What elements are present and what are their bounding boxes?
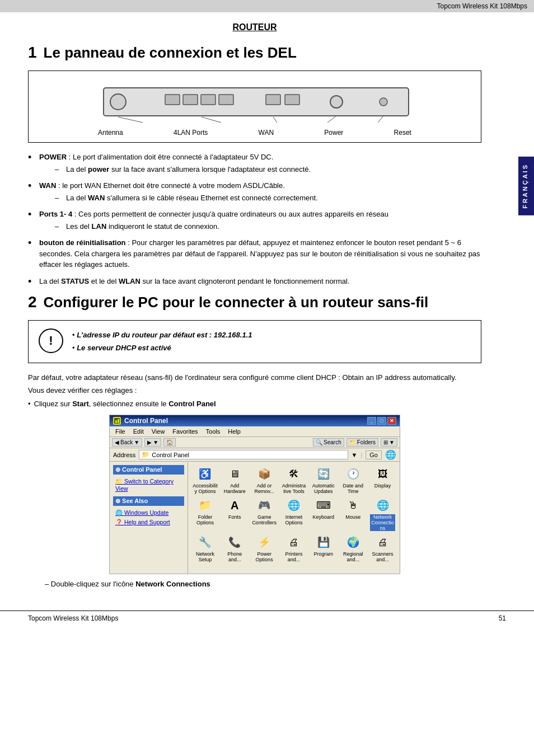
- win-controls[interactable]: _ □ ✕: [367, 417, 396, 425]
- svg-rect-0: [104, 88, 409, 116]
- notice-text: • L'adresse IP du routeur par défaut est…: [72, 328, 252, 355]
- back-dropdown-icon: ▼: [134, 439, 139, 445]
- menu-file[interactable]: File: [112, 428, 129, 435]
- add-hardware-label: Add Hardware: [222, 483, 247, 494]
- toolbar-search-btn[interactable]: 🔍 Search: [313, 438, 344, 447]
- icon-game-controllers[interactable]: 🎮 Game Controllers: [252, 497, 277, 531]
- top-bar: Topcom Wireless Kit 108Mbps: [0, 0, 534, 12]
- menu-view[interactable]: View: [148, 428, 168, 435]
- section1-num: 1: [28, 44, 37, 62]
- win-maximize-btn[interactable]: □: [377, 417, 386, 425]
- toolbar-views-btn[interactable]: ⊞▼: [381, 438, 397, 447]
- address-input[interactable]: 📁 Control Panel: [139, 450, 348, 459]
- section1-title: Le panneau de connexion et les DEL: [44, 44, 297, 62]
- win-title-text: Control Panel: [124, 417, 168, 425]
- sidebar-item-help-support[interactable]: ❓ Help and Support: [113, 518, 184, 527]
- svg-rect-3: [183, 95, 198, 105]
- icon-add-hardware[interactable]: 🖥 Add Hardware: [222, 466, 247, 494]
- icon-internet-options[interactable]: 🌐 Internet Options: [282, 497, 307, 531]
- sub-bullet-ports: – Les del LAN indiqueront le statut de c…: [55, 221, 388, 232]
- diagram-labels: Antenna 4LAN Ports WAN Power Reset: [92, 129, 417, 137]
- phone-icon: 📞: [227, 534, 242, 550]
- svg-rect-2: [165, 95, 180, 105]
- power-options-icon: ⚡: [256, 534, 272, 550]
- win-minimize-btn[interactable]: _: [367, 417, 376, 425]
- icon-network-setup[interactable]: 🔧 Network Setup: [193, 534, 218, 562]
- win-address-bar: Address 📁 Control Panel ▼ | Go 🌐: [110, 448, 400, 462]
- win-title-icon: [113, 417, 121, 425]
- icon-program[interactable]: 💾 Program: [311, 534, 336, 562]
- svg-point-1: [110, 94, 126, 110]
- win-body: ⊛ Control Panel 📁 Switch to Category Vie…: [110, 462, 400, 574]
- address-dropdown-icon: ▼: [352, 452, 358, 458]
- bullet-text-status: La del STATUS et le del WLAN sur la face…: [39, 276, 350, 287]
- icon-date-time[interactable]: 🕐 Date and Time: [340, 466, 366, 494]
- label-lan: 4LAN Ports: [174, 129, 208, 137]
- icon-fonts[interactable]: A Fonts: [222, 497, 247, 531]
- bullet-text-power: POWER : Le port d'alimentation doit être…: [39, 152, 311, 175]
- win-main-area: ♿ Accessibility Options 🖥 Add Hardware 📦…: [188, 462, 400, 574]
- bullet-section-1: • POWER : Le port d'alimentation doit êt…: [28, 152, 481, 288]
- svg-rect-4: [201, 95, 216, 105]
- menu-favorites[interactable]: Favorites: [169, 428, 201, 435]
- icon-accessibility[interactable]: ♿ Accessibility Options: [193, 466, 218, 494]
- regional-label: Regional and...: [340, 551, 366, 562]
- main-content: ROUTEUR 1 Le panneau de connexion et les…: [0, 12, 515, 599]
- svg-rect-17: [118, 419, 119, 423]
- display-icon: 🖼: [375, 466, 391, 482]
- icon-auto-updates[interactable]: 🔄 Automatic Updates: [311, 466, 336, 494]
- icons-row2: 📁 Folder Options A Fonts 🎮 Game Controll…: [193, 497, 395, 531]
- network-connections-label: Network Connections: [370, 514, 395, 531]
- toolbar-up-btn[interactable]: 🏠: [163, 438, 176, 447]
- sidebar-item-windows-update[interactable]: 🌐 Windows Update: [113, 508, 184, 518]
- sidebar-section-control-panel[interactable]: ⊛ Control Panel: [113, 465, 184, 475]
- see-also-expand-icon: ⊛: [115, 497, 120, 504]
- icon-keyboard[interactable]: ⌨ Keyboard: [311, 497, 336, 531]
- icon-add-remove[interactable]: 📦 Add or Remov...: [252, 466, 277, 494]
- icon-folder-options[interactable]: 📁 Folder Options: [193, 497, 218, 531]
- icon-mouse[interactable]: 🖱 Mouse: [340, 497, 366, 531]
- toolbar-forward-btn[interactable]: ▶ ▼: [144, 438, 161, 447]
- icon-power-options[interactable]: ⚡ Power Options: [252, 534, 277, 562]
- icon-admin-tools[interactable]: 🛠 Administrative Tools: [282, 466, 307, 494]
- accessibility-label: Accessibility Options: [193, 483, 218, 494]
- label-reset: Reset: [394, 129, 411, 137]
- label-antenna: Antenna: [98, 129, 123, 137]
- win-sidebar: ⊛ Control Panel 📁 Switch to Category Vie…: [110, 462, 188, 574]
- ie-icon: 🌐: [385, 449, 396, 460]
- go-button[interactable]: Go: [366, 450, 382, 459]
- win-toolbar: ◀ Back ▼ ▶ ▼ 🏠 🔍 Search 📁 Folders ⊞▼: [110, 437, 400, 448]
- toolbar-back-btn[interactable]: ◀ Back ▼: [112, 438, 142, 447]
- admin-tools-icon: 🛠: [286, 466, 302, 482]
- icon-display[interactable]: 🖼 Display: [370, 466, 395, 494]
- menu-help[interactable]: Help: [224, 428, 244, 435]
- icon-scanners[interactable]: 🖨 Scanners and...: [370, 534, 395, 562]
- game-controllers-label: Game Controllers: [252, 514, 277, 525]
- icon-network-connections[interactable]: 🌐 Network Connections: [370, 497, 395, 531]
- page-title: ROUTEUR: [28, 22, 481, 32]
- menu-tools[interactable]: Tools: [203, 428, 224, 435]
- bullet-dot-start: •: [28, 398, 31, 410]
- forward-icon: ▶: [147, 439, 152, 445]
- sidebar-section-see-also[interactable]: ⊛ See Also: [113, 496, 184, 506]
- svg-rect-6: [266, 95, 280, 105]
- search-icon: 🔍: [316, 439, 322, 445]
- bullet-power: • POWER : Le port d'alimentation doit êt…: [28, 152, 481, 175]
- sidebar-item-category-view[interactable]: 📁 Switch to Category View: [113, 477, 184, 493]
- sidebar-item-category-icon: 📁: [115, 478, 123, 485]
- toolbar-folders-btn[interactable]: 📁 Folders: [346, 438, 378, 447]
- bullet-ports: • Ports 1- 4 : Ces ports permettent de c…: [28, 209, 481, 232]
- printers-icon: 🖨: [286, 534, 302, 550]
- sub-bullet-power: – La del power sur la face avant s'allum…: [55, 164, 311, 175]
- section2-intro2: Vous devez vérifier ces réglages :: [28, 385, 481, 396]
- win-close-btn[interactable]: ✕: [387, 417, 396, 425]
- svg-point-8: [330, 96, 343, 108]
- game-controllers-icon: 🎮: [256, 497, 272, 513]
- footer-left: Topcom Wireless Kit 108Mbps: [28, 614, 118, 622]
- add-remove-label: Add or Remov...: [252, 483, 277, 494]
- icon-printers[interactable]: 🖨 Printers and...: [282, 534, 307, 562]
- network-setup-label: Network Setup: [193, 551, 218, 562]
- icon-regional[interactable]: 🌍 Regional and...: [340, 534, 366, 562]
- icon-phone[interactable]: 📞 Phone and...: [222, 534, 247, 562]
- menu-edit[interactable]: Edit: [130, 428, 147, 435]
